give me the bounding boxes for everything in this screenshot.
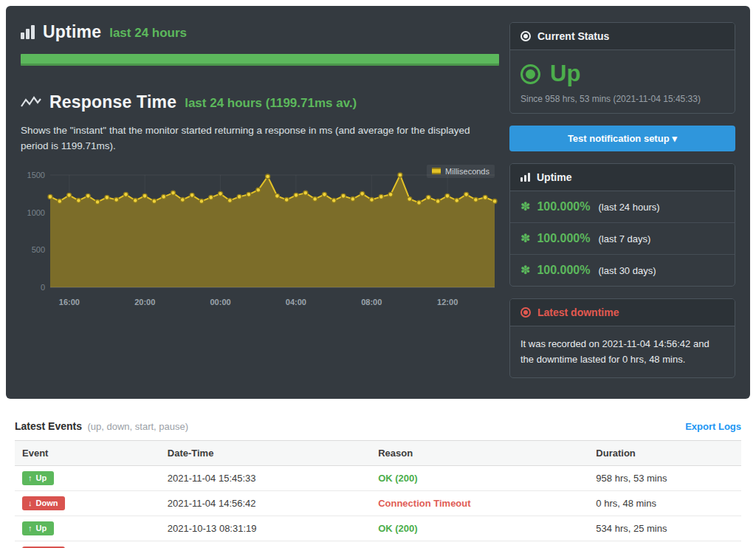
uptime-subtitle: last 24 hours — [109, 24, 187, 41]
event-duration: 0 hrs, 55 mins — [588, 541, 741, 548]
events-table: Event Date-Time Reason Duration ↑Up 2021… — [15, 440, 741, 548]
status-text: Up — [550, 61, 580, 87]
latest-events-section: Latest Events (up, down, start, pause) E… — [6, 419, 750, 548]
event-up-badge: ↑Up — [22, 471, 54, 485]
event-datetime: 2021-11-04 14:56:42 — [160, 491, 371, 516]
events-title: Latest Events — [15, 420, 82, 432]
event-reason: Connection Timeout — [371, 541, 588, 548]
uptime-stat-row-30d: ✽ 100.000% (last 30 days) — [510, 255, 735, 286]
uptime-heading-row: Uptime last 24 hours — [21, 22, 499, 42]
status-up-icon — [520, 64, 540, 84]
up-arrow-icon: ↑ — [28, 524, 32, 532]
uptime-stat-row-24h: ✽ 100.000% (last 24 hours) — [510, 191, 735, 223]
svg-text:12:00: 12:00 — [437, 298, 458, 306]
events-title-group: Latest Events (up, down, start, pause) — [15, 419, 188, 433]
event-label: Up — [36, 473, 47, 482]
event-duration: 958 hrs, 53 mins — [588, 466, 741, 491]
bar-chart-icon — [21, 25, 35, 39]
monitor-main: Uptime last 24 hours Response Time last … — [21, 22, 499, 383]
uptime-stats-header-label: Uptime — [537, 171, 571, 183]
uptime-stat-row-7d: ✽ 100.000% (last 7 days) — [510, 223, 735, 255]
uptime-stats-header: Uptime — [510, 164, 735, 191]
event-datetime: 2021-10-13 07:35:49 — [160, 541, 371, 548]
event-label: Down — [36, 499, 58, 507]
uptime-percentage: 100.000% — [537, 264, 590, 277]
uptime-percentage: 100.000% — [537, 232, 590, 245]
response-chart: Milliseconds 05001000150016:0020:0000:00… — [21, 166, 499, 318]
status-row: Up — [520, 59, 724, 90]
export-logs-link[interactable]: Export Logs — [685, 421, 741, 432]
monitor-panel: Uptime last 24 hours Response Time last … — [6, 6, 750, 399]
col-datetime: Date-Time — [160, 441, 371, 466]
latest-downtime-header: Latest downtime — [510, 299, 735, 326]
event-reason: OK (200) — [371, 516, 588, 541]
test-notification-button[interactable]: Test notification setup▾ — [509, 126, 735, 151]
test-notification-label: Test notification setup — [568, 133, 670, 144]
response-time-title: Response Time — [49, 92, 176, 112]
event-datetime: 2021-11-04 15:45:33 — [160, 466, 371, 491]
latest-downtime-text: It was recorded on 2021-11-04 14:56:42 a… — [510, 326, 735, 377]
uptime-period: (last 7 days) — [598, 233, 650, 244]
response-heading-row: Response Time last 24 hours (1199.71ms a… — [21, 92, 499, 112]
status-since: Since 958 hrs, 53 mins (2021-11-04 15:45… — [520, 94, 724, 104]
bar-chart-icon — [520, 173, 530, 182]
current-status-body: Up Since 958 hrs, 53 mins (2021-11-04 15… — [510, 50, 735, 113]
table-row: ↑Up 2021-10-13 08:31:19 OK (200) 534 hrs… — [15, 516, 741, 541]
uptime-period: (last 30 days) — [598, 265, 656, 276]
event-up-badge: ↑Up — [22, 521, 54, 535]
latest-downtime-header-label: Latest downtime — [537, 306, 619, 318]
page: Uptime last 24 hours Response Time last … — [0, 0, 756, 548]
flower-icon: ✽ — [520, 233, 530, 244]
svg-text:04:00: 04:00 — [286, 298, 306, 306]
table-header-row: Event Date-Time Reason Duration — [15, 441, 741, 466]
legend-label: Milliseconds — [445, 167, 489, 176]
table-row: ↓Down 2021-10-13 07:35:49 Connection Tim… — [15, 541, 741, 548]
event-duration: 0 hrs, 48 mins — [588, 491, 741, 516]
dot-circle-icon — [520, 31, 531, 41]
svg-text:16:00: 16:00 — [59, 298, 80, 306]
response-time-chart: 05001000150016:0020:0000:0004:0008:0012:… — [21, 166, 499, 315]
svg-text:1500: 1500 — [27, 171, 45, 179]
chart-legend: Milliseconds — [427, 165, 495, 178]
uptime-bar — [21, 54, 499, 66]
latest-downtime-card: Latest downtime It was recorded on 2021-… — [509, 298, 735, 378]
svg-text:0: 0 — [41, 283, 45, 292]
legend-swatch-icon — [432, 168, 441, 174]
dot-circle-icon — [520, 307, 531, 318]
table-row: ↑Up 2021-11-04 15:45:33 OK (200) 958 hrs… — [15, 466, 741, 491]
svg-text:20:00: 20:00 — [134, 298, 155, 306]
flower-icon: ✽ — [520, 201, 530, 213]
events-header-row: Latest Events (up, down, start, pause) E… — [15, 419, 741, 433]
response-time-icon — [21, 95, 41, 110]
flower-icon: ✽ — [520, 264, 530, 276]
uptime-period: (last 24 hours) — [598, 202, 659, 213]
uptime-title: Uptime — [43, 22, 101, 42]
event-datetime: 2021-10-13 08:31:19 — [160, 516, 371, 541]
down-arrow-icon: ↓ — [28, 499, 32, 507]
col-reason: Reason — [371, 441, 588, 466]
response-description: Shows the "instant" that the monitor sta… — [21, 123, 499, 154]
uptime-stats-card: Uptime ✽ 100.000% (last 24 hours) ✽ 100.… — [509, 163, 735, 287]
table-row: ↓Down 2021-11-04 14:56:42 Connection Tim… — [15, 491, 741, 516]
event-down-badge: ↓Down — [22, 496, 65, 510]
svg-text:500: 500 — [32, 245, 45, 254]
uptime-percentage: 100.000% — [537, 200, 590, 213]
caret-down-icon: ▾ — [673, 133, 678, 144]
event-label: Up — [36, 524, 47, 532]
event-reason: OK (200) — [371, 466, 588, 491]
svg-text:1000: 1000 — [27, 208, 45, 217]
current-status-card: Current Status Up Since 958 hrs, 53 mins… — [509, 22, 735, 114]
event-duration: 534 hrs, 25 mins — [588, 516, 741, 541]
col-event: Event — [15, 441, 160, 466]
current-status-header: Current Status — [510, 23, 735, 50]
col-duration: Duration — [588, 441, 741, 466]
events-subtitle: (up, down, start, pause) — [88, 421, 189, 432]
monitor-sidebar: Current Status Up Since 958 hrs, 53 mins… — [509, 22, 735, 383]
up-arrow-icon: ↑ — [28, 473, 32, 482]
response-time-subtitle: last 24 hours (1199.71ms av.) — [185, 94, 357, 111]
svg-text:00:00: 00:00 — [210, 298, 230, 306]
svg-text:08:00: 08:00 — [361, 298, 382, 306]
current-status-header-label: Current Status — [537, 30, 609, 42]
event-reason: Connection Timeout — [371, 491, 588, 516]
